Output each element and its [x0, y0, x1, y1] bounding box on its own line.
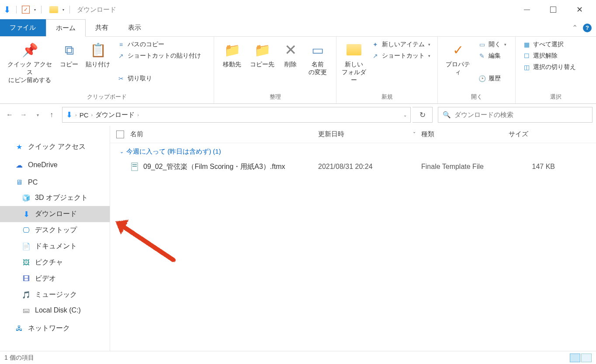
- delete-button[interactable]: ✕ 削除: [278, 38, 303, 71]
- search-box[interactable]: 🔍 ダウンロードの検索: [438, 107, 593, 123]
- group-label-organize: 整理: [218, 91, 333, 103]
- new-folder-button[interactable]: 新しい フォルダー: [340, 38, 368, 87]
- column-size[interactable]: サイズ: [509, 130, 528, 138]
- window-buttons: ✕: [514, 2, 593, 17]
- nav-desktop[interactable]: 🖵デスクトップ: [0, 222, 110, 238]
- column-type[interactable]: 種類: [421, 130, 509, 138]
- qat-properties-button[interactable]: ✓: [22, 6, 30, 14]
- invert-selection-button[interactable]: ◫選択の切り替え: [520, 62, 579, 72]
- nav-network[interactable]: 🖧ネットワーク: [0, 320, 110, 337]
- music-icon: 🎵: [22, 291, 31, 299]
- app-icon[interactable]: ⬇: [3, 4, 11, 15]
- select-none-button[interactable]: ☐選択解除: [520, 51, 579, 61]
- ribbon: 📌 クイック アクセス にピン留めする ⧉ コピー 📋 貼り付け ≡パスのコピー…: [0, 37, 596, 104]
- network-icon: 🖧: [15, 325, 24, 333]
- back-button[interactable]: ←: [3, 109, 16, 121]
- file-name: 09_02_管弦楽（Film Scoring・用紙A3）.ftmx: [143, 162, 318, 172]
- nav-local-disk[interactable]: 🖴Local Disk (C:): [0, 303, 110, 318]
- tab-share[interactable]: 共有: [86, 19, 118, 36]
- column-name[interactable]: 名前: [130, 130, 318, 138]
- up-button[interactable]: ↑: [45, 109, 58, 121]
- breadcrumb-pc[interactable]: PC: [80, 111, 89, 119]
- main-area: ★クイック アクセス ☁OneDrive 🖥PC 🧊3D オブジェクト ⬇ダウン…: [0, 126, 596, 351]
- group-label-new: 新規: [340, 91, 434, 103]
- paste-button[interactable]: 📋 貼り付け: [82, 38, 114, 71]
- group-header[interactable]: ⌄ 今週に入って (昨日は含めず) (1): [110, 143, 596, 158]
- status-text: 1 個の項目: [4, 354, 34, 362]
- collapse-ribbon-icon[interactable]: ⌃: [572, 24, 578, 32]
- file-row[interactable]: 09_02_管弦楽（Film Scoring・用紙A3）.ftmx 2021/0…: [110, 158, 596, 175]
- close-button[interactable]: ✕: [566, 2, 593, 17]
- address-dropdown-icon[interactable]: ⌄: [403, 113, 407, 117]
- maximize-button[interactable]: [540, 2, 566, 17]
- new-shortcut-button[interactable]: ↗ショートカット▾: [369, 51, 433, 61]
- select-all-button[interactable]: ▦すべて選択: [520, 39, 579, 50]
- nav-quick-access[interactable]: ★クイック アクセス: [0, 139, 110, 155]
- tab-view[interactable]: 表示: [118, 19, 151, 36]
- nav-videos[interactable]: 🎞ビデオ: [0, 271, 110, 287]
- nav-address-row: ← → ▾ ↑ ⬇ › PC › ダウンロード › ⌄ ↻ 🔍 ダウンロードの検…: [0, 104, 596, 126]
- move-to-button[interactable]: 📁 移動先: [218, 38, 246, 71]
- nav-music[interactable]: 🎵ミュージック: [0, 287, 110, 303]
- help-icon[interactable]: ?: [583, 24, 592, 32]
- refresh-button[interactable]: ↻: [412, 107, 433, 123]
- column-date[interactable]: 更新日時⌄: [318, 130, 421, 138]
- status-bar: 1 個の項目: [0, 351, 596, 364]
- address-bar[interactable]: ⬇ › PC › ダウンロード › ⌄: [62, 107, 411, 123]
- nav-documents[interactable]: 📄ドキュメント: [0, 238, 110, 254]
- path-icon: ≡: [117, 41, 125, 48]
- copy-icon: ⧉: [60, 41, 78, 58]
- nav-onedrive[interactable]: ☁OneDrive: [0, 158, 110, 172]
- file-type: Finale Template File: [421, 163, 524, 171]
- tab-home[interactable]: ホーム: [46, 19, 86, 36]
- group-label-clipboard: クリップボード: [3, 91, 210, 103]
- pin-to-quick-access-button[interactable]: 📌 クイック アクセス にピン留めする: [3, 38, 56, 87]
- minimize-button[interactable]: [514, 2, 540, 17]
- nav-3d-objects[interactable]: 🧊3D オブジェクト: [0, 190, 110, 206]
- nav-pc[interactable]: 🖥PC: [0, 175, 110, 190]
- group-label-select: 選択: [519, 91, 593, 103]
- rename-button[interactable]: ▭ 名前 の変更: [303, 38, 332, 79]
- copy-to-button[interactable]: 📁 コピー先: [246, 38, 278, 71]
- chevron-right-icon[interactable]: ›: [137, 112, 139, 117]
- scissors-icon: ✂: [117, 75, 125, 82]
- delete-icon: ✕: [282, 41, 299, 58]
- shortcut-icon: ↗: [117, 52, 125, 60]
- file-icon: [130, 162, 140, 172]
- forward-button[interactable]: →: [17, 109, 30, 121]
- paste-shortcut-button[interactable]: ↗ショートカットの貼り付け: [114, 51, 204, 61]
- open-button[interactable]: ▭開く▾: [475, 39, 509, 50]
- history-button[interactable]: 🕑履歴: [475, 73, 509, 84]
- breadcrumb-downloads[interactable]: ダウンロード: [95, 111, 135, 119]
- large-icons-view-button[interactable]: [581, 354, 592, 362]
- recent-locations-button[interactable]: ▾: [31, 109, 44, 121]
- nav-downloads[interactable]: ⬇ダウンロード: [0, 206, 110, 222]
- nav-pictures[interactable]: 🖼ピクチャ: [0, 254, 110, 271]
- content-area: 名前 更新日時⌄ 種類 サイズ ⌄ 今週に入って (昨日は含めず) (1) 09…: [110, 126, 596, 351]
- select-all-checkbox[interactable]: [116, 130, 124, 138]
- chevron-right-icon[interactable]: ›: [91, 112, 93, 117]
- new-item-button[interactable]: ✦新しいアイテム▾: [369, 39, 433, 50]
- properties-button[interactable]: ✓ プロパティ: [441, 38, 475, 79]
- disk-icon: 🖴: [22, 306, 31, 314]
- svg-rect-1: [132, 164, 137, 165]
- tab-file[interactable]: ファイル: [0, 19, 46, 36]
- pin-icon: 📌: [21, 41, 38, 58]
- file-size: 147 KB: [524, 163, 555, 171]
- qat-customize-icon[interactable]: ▾: [62, 8, 64, 12]
- desktop-icon: 🖵: [22, 227, 31, 234]
- rename-icon: ▭: [309, 41, 326, 58]
- column-headers: 名前 更新日時⌄ 種類 サイズ: [110, 126, 596, 143]
- copy-button[interactable]: ⧉ コピー: [56, 38, 82, 71]
- cut-button[interactable]: ✂切り取り: [114, 73, 204, 84]
- pc-icon: 🖥: [15, 179, 24, 186]
- edit-button[interactable]: ✎編集: [475, 51, 509, 61]
- folder-icon: [49, 6, 58, 13]
- copy-path-button[interactable]: ≡パスのコピー: [114, 39, 204, 50]
- qat-dropdown-icon[interactable]: ▾: [34, 8, 36, 12]
- select-none-icon: ☐: [523, 52, 530, 60]
- search-icon: 🔍: [443, 111, 451, 119]
- details-view-button[interactable]: [570, 354, 580, 362]
- chevron-right-icon[interactable]: ›: [75, 112, 77, 117]
- navigation-pane: ★クイック アクセス ☁OneDrive 🖥PC 🧊3D オブジェクト ⬇ダウン…: [0, 126, 110, 351]
